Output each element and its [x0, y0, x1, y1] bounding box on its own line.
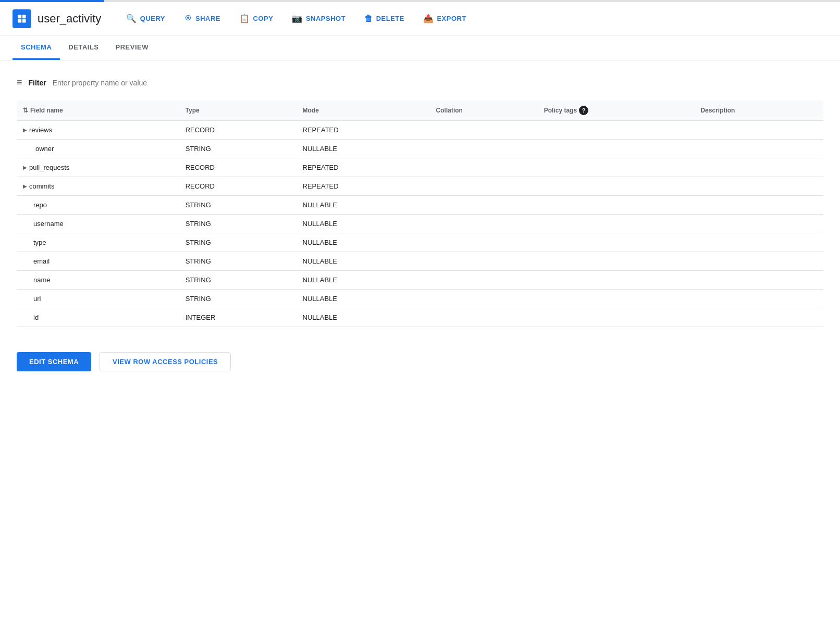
- expand-button[interactable]: ▶: [23, 183, 29, 189]
- field-name: pull_requests: [29, 164, 69, 171]
- tab-details[interactable]: DETAILS: [60, 35, 107, 60]
- export-button[interactable]: 📤 EXPORT: [415, 9, 475, 28]
- field-description: [694, 158, 823, 177]
- field-description: [694, 121, 823, 140]
- field-type: STRING: [179, 215, 297, 233]
- field-policy-tags: [538, 177, 695, 196]
- field-name: reviews: [29, 126, 52, 134]
- field-name-cell: type: [17, 233, 179, 252]
- field-name: commits: [29, 182, 54, 190]
- tab-preview[interactable]: PREVIEW: [107, 35, 157, 60]
- field-name-cell: id: [17, 308, 179, 327]
- table-row: ownerSTRINGNULLABLE: [17, 140, 823, 158]
- field-type: STRING: [179, 233, 297, 252]
- field-name-cell: url: [17, 290, 179, 308]
- col-header-type: Type: [179, 101, 297, 121]
- field-type: STRING: [179, 252, 297, 271]
- table-row: ▶pull_requestsRECORDREPEATED: [17, 158, 823, 177]
- col-header-field-name: ⇅ Field name: [17, 101, 179, 121]
- svg-rect-3: [22, 19, 26, 22]
- field-name-cell: ▶commits: [17, 177, 179, 196]
- svg-rect-0: [18, 15, 22, 18]
- field-mode: NULLABLE: [297, 140, 430, 158]
- svg-rect-1: [22, 15, 26, 18]
- table-row: repoSTRINGNULLABLE: [17, 196, 823, 215]
- field-name-cell: username: [17, 215, 179, 233]
- copy-button[interactable]: 📋 COPY: [231, 9, 281, 28]
- field-type: RECORD: [179, 177, 297, 196]
- field-description: [694, 233, 823, 252]
- field-type: STRING: [179, 140, 297, 158]
- tab-schema[interactable]: SCHEMA: [13, 35, 60, 60]
- field-collation: [430, 233, 538, 252]
- top-toolbar: user_activity 🔍 QUERY SHARE 📋 COPY 📷 SNA…: [0, 2, 840, 35]
- edit-schema-button[interactable]: EDIT SCHEMA: [17, 352, 91, 371]
- expand-button[interactable]: ▶: [23, 127, 29, 133]
- export-icon: 📤: [423, 14, 434, 23]
- field-policy-tags: [538, 271, 695, 290]
- field-mode: REPEATED: [297, 177, 430, 196]
- snapshot-button[interactable]: 📷 SNAPSHOT: [283, 9, 354, 28]
- field-mode: REPEATED: [297, 121, 430, 140]
- schema-table: ⇅ Field name Type Mode Collation Policy …: [17, 101, 823, 327]
- field-description: [694, 252, 823, 271]
- field-type: STRING: [179, 196, 297, 215]
- field-policy-tags: [538, 158, 695, 177]
- query-button[interactable]: 🔍 QUERY: [118, 9, 174, 28]
- field-mode: NULLABLE: [297, 308, 430, 327]
- table-row: urlSTRINGNULLABLE: [17, 290, 823, 308]
- field-name: email: [33, 257, 50, 265]
- table-row: nameSTRINGNULLABLE: [17, 271, 823, 290]
- field-name-cell: name: [17, 271, 179, 290]
- field-policy-tags: [538, 215, 695, 233]
- table-header-row: ⇅ Field name Type Mode Collation Policy …: [17, 101, 823, 121]
- field-description: [694, 196, 823, 215]
- copy-icon: 📋: [239, 14, 250, 23]
- table-row: typeSTRINGNULLABLE: [17, 233, 823, 252]
- share-button[interactable]: SHARE: [176, 9, 229, 28]
- field-collation: [430, 140, 538, 158]
- field-name-cell: email: [17, 252, 179, 271]
- field-name: repo: [33, 201, 47, 209]
- field-name: id: [33, 314, 39, 321]
- toolbar-actions: 🔍 QUERY SHARE 📋 COPY 📷 SNAPSHOT 🗑 DELETE…: [118, 9, 827, 28]
- filter-input[interactable]: [53, 79, 823, 87]
- field-mode: NULLABLE: [297, 252, 430, 271]
- table-row: usernameSTRINGNULLABLE: [17, 215, 823, 233]
- field-collation: [430, 215, 538, 233]
- field-name-cell: repo: [17, 196, 179, 215]
- sort-icon: ⇅: [23, 107, 28, 114]
- field-policy-tags: [538, 233, 695, 252]
- field-collation: [430, 252, 538, 271]
- field-type: INTEGER: [179, 308, 297, 327]
- field-collation: [430, 271, 538, 290]
- field-policy-tags: [538, 290, 695, 308]
- col-header-collation: Collation: [430, 101, 538, 121]
- field-policy-tags: [538, 252, 695, 271]
- col-header-policy-tags: Policy tags ?: [538, 101, 695, 121]
- field-type: STRING: [179, 290, 297, 308]
- field-mode: NULLABLE: [297, 215, 430, 233]
- field-mode: NULLABLE: [297, 233, 430, 252]
- view-row-access-policies-button[interactable]: VIEW ROW ACCESS POLICIES: [100, 352, 231, 371]
- field-name-cell: ▶pull_requests: [17, 158, 179, 177]
- field-policy-tags: [538, 140, 695, 158]
- delete-button[interactable]: 🗑 DELETE: [356, 10, 413, 28]
- tabs-bar: SCHEMA DETAILS PREVIEW: [0, 35, 840, 60]
- field-type: STRING: [179, 271, 297, 290]
- col-header-description: Description: [694, 101, 823, 121]
- field-description: [694, 271, 823, 290]
- snapshot-icon: 📷: [292, 14, 303, 23]
- query-icon: 🔍: [126, 14, 137, 23]
- field-name: username: [33, 220, 64, 228]
- bottom-actions: EDIT SCHEMA VIEW ROW ACCESS POLICIES: [17, 344, 823, 380]
- field-policy-tags: [538, 308, 695, 327]
- loading-bar: [0, 0, 104, 2]
- share-icon: [184, 14, 192, 24]
- table-grid-icon: [13, 9, 31, 28]
- field-name-cell: owner: [17, 140, 179, 158]
- expand-button[interactable]: ▶: [23, 165, 29, 170]
- field-type: RECORD: [179, 121, 297, 140]
- field-description: [694, 215, 823, 233]
- policy-tags-help-icon[interactable]: ?: [579, 106, 588, 115]
